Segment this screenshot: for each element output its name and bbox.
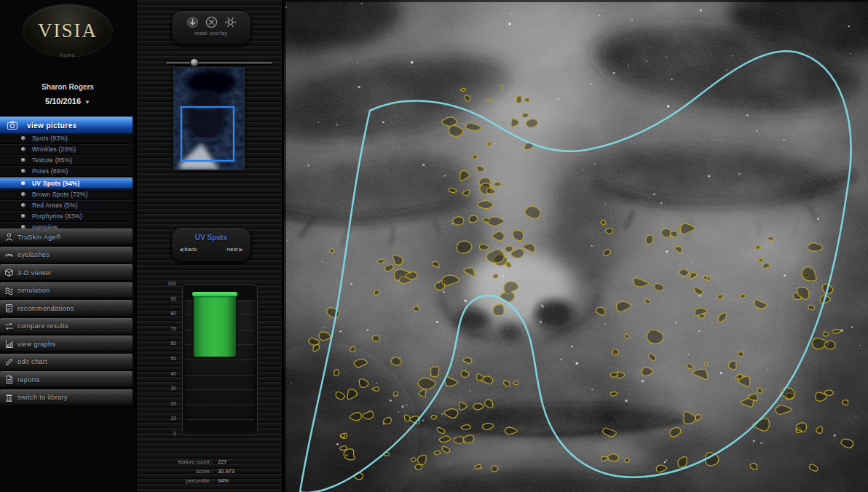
sidebar-item-texture-85[interactable]: Texture (85%) <box>0 155 133 166</box>
sidebar-item-label: Texture (85%) <box>32 156 73 164</box>
bullet-icon <box>21 181 25 186</box>
tool-3-d-viewer[interactable]: 3-D viewer <box>0 264 133 281</box>
compare-icon <box>0 322 17 331</box>
stat-label: feature count : <box>137 459 213 465</box>
visia-logo: VISIA <box>23 4 112 57</box>
axis-tick-label: 20 <box>137 401 176 406</box>
sidebar-item-wrinkles-20[interactable]: Wrinkles (20%) <box>0 144 133 155</box>
sidebar-item-porphyrins-83[interactable]: Porphyrins (83%) <box>0 211 133 222</box>
stat-label: score : <box>137 468 213 475</box>
tool-label: edit chart <box>17 358 47 365</box>
axis-tick-label: 30 <box>137 386 176 391</box>
sidebar-item-red-areas-5[interactable]: Red Areas (5%) <box>0 200 133 211</box>
viewer-3d-icon <box>0 268 17 277</box>
tool-eyelashes[interactable]: eyelashes <box>0 247 133 263</box>
visia-logo-text: VISIA <box>38 20 98 42</box>
axis-tick-label: 0 <box>137 431 176 436</box>
view-pictures-label: view pictures <box>27 122 77 130</box>
stat-row-percentile: percentile :94% <box>137 476 285 485</box>
tool-label: switch to library <box>17 394 68 401</box>
tool-label: 3-D viewer <box>17 269 52 277</box>
tool-recommendations[interactable]: recommendations <box>0 300 133 317</box>
slider-knob[interactable] <box>190 58 199 67</box>
next-button[interactable]: next ▶ <box>227 246 243 253</box>
tool-label: simulation <box>17 287 50 294</box>
tool-truskin-age[interactable]: TruSkin Age® <box>0 229 133 245</box>
sidebar-item-label: UV Spots (94%) <box>32 180 80 187</box>
center-panel: mask overlay <box>135 0 284 492</box>
tool-view-graphs[interactable]: view graphs <box>0 336 133 352</box>
tool-label: recommendations <box>17 305 74 312</box>
axis-tick-label: 90 <box>137 296 176 301</box>
sidebar-item-brown-spots-72[interactable]: Brown Spots (72%) <box>0 189 133 200</box>
patient-name: Sharon Rogers <box>0 83 135 91</box>
eyelashes-icon <box>0 250 17 260</box>
slider-track[interactable] <box>166 62 272 64</box>
bullet-icon <box>21 203 25 207</box>
sidebar-item-pores-86[interactable]: Pores (86%) <box>0 166 133 177</box>
chart-axis-ticks: 1009080706050403020100 <box>137 284 179 435</box>
stat-label: percentile : <box>137 477 213 484</box>
tool-button-list: TruSkin Age®eyelashes3-D viewersimulatio… <box>0 229 133 407</box>
axis-tick-label: 40 <box>137 371 176 376</box>
axis-tick-label: 70 <box>137 326 176 331</box>
sidebar-item-label: Spots (93%) <box>32 135 68 142</box>
edit-chart-icon <box>0 357 17 367</box>
overlay-opacity-slider[interactable] <box>166 58 272 67</box>
measurement-list: Spots (93%)Wrinkles (20%)Texture (85%)Po… <box>0 133 133 233</box>
sidebar-item-view-pictures[interactable]: view pictures <box>0 116 133 134</box>
bullet-icon <box>21 214 25 218</box>
mask-overlay-controls: mask overlay <box>171 10 251 45</box>
mask-overlay-label: mask overlay <box>172 31 250 36</box>
sidebar: VISIA home Sharon Rogers 5/10/2016▼ view… <box>0 0 135 492</box>
detail-nav-panel: UV Spots ◀ back next ▶ <box>171 227 251 262</box>
bullet-icon <box>21 169 25 173</box>
sidebar-item-label: Wrinkles (20%) <box>32 146 76 153</box>
grid-line <box>186 360 254 360</box>
arrow-down-icon[interactable] <box>186 16 199 28</box>
back-button[interactable]: ◀ back <box>179 246 197 253</box>
tool-label: TruSkin Age® <box>17 234 61 241</box>
tool-reports[interactable]: reports <box>0 371 133 388</box>
bullet-icon <box>21 158 25 162</box>
tool-compare-results[interactable]: compare results <box>0 318 133 335</box>
grid-line <box>186 389 254 390</box>
axis-tick-label: 50 <box>137 356 176 361</box>
tool-switch-to-library[interactable]: switch to library <box>0 389 133 406</box>
library-icon <box>0 393 17 402</box>
tool-edit-chart[interactable]: edit chart <box>0 354 133 370</box>
axis-tick-label: 100 <box>137 281 176 286</box>
tool-label: compare results <box>17 322 68 330</box>
age-icon <box>0 232 17 242</box>
bullet-icon <box>21 147 25 151</box>
uv-spots-percentile-bar <box>194 292 236 357</box>
sidebar-item-label: Red Areas (5%) <box>32 202 78 209</box>
axis-tick-label: 10 <box>137 416 176 421</box>
visit-date-dropdown[interactable]: 5/10/2016▼ <box>0 97 135 106</box>
axis-tick-label: 60 <box>137 341 176 346</box>
grid-line <box>186 419 254 420</box>
sidebar-item-label: Pores (86%) <box>32 167 68 175</box>
gear-icon[interactable] <box>224 16 237 28</box>
navigation-thumbnail[interactable] <box>173 67 245 170</box>
next-arrow-icon: ▶ <box>238 247 243 252</box>
recommendations-icon <box>0 303 17 313</box>
uv-photo-canvas[interactable] <box>284 0 868 492</box>
tool-label: reports <box>17 376 40 384</box>
tool-simulation[interactable]: simulation <box>0 282 133 299</box>
logo-subtitle: home <box>0 52 135 57</box>
percentile-bar-chart <box>182 284 258 435</box>
sidebar-item-spots-93[interactable]: Spots (93%) <box>0 133 133 144</box>
close-icon[interactable] <box>205 16 218 28</box>
stat-value: 30.973 <box>218 468 234 475</box>
tool-label: view graphs <box>17 341 55 348</box>
reports-icon <box>0 375 17 384</box>
sidebar-item-uv-spots-94[interactable]: UV Spots (94%) <box>0 177 133 189</box>
stat-row-feature-count: feature count :227 <box>137 457 285 467</box>
simulation-icon <box>0 286 17 295</box>
bullet-icon <box>21 192 25 197</box>
stat-value: 94% <box>218 477 229 484</box>
grid-line <box>186 405 254 405</box>
bullet-icon <box>21 136 25 140</box>
bar-cap <box>192 292 237 296</box>
